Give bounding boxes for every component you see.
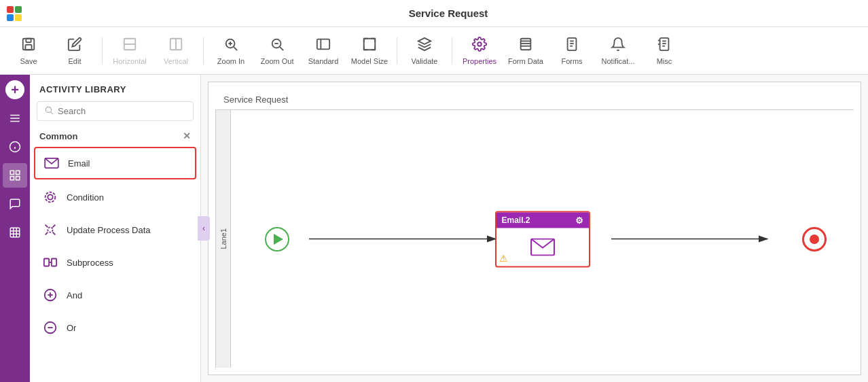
library-item-update-process-data[interactable]: Update Process Data xyxy=(30,213,200,246)
info-button[interactable] xyxy=(3,135,27,159)
app-logo xyxy=(7,6,22,21)
add-activity-button[interactable]: + xyxy=(5,80,24,99)
svg-rect-1 xyxy=(26,38,31,42)
misc-button[interactable]: Misc xyxy=(643,31,686,71)
zoom-in-button[interactable]: Zoom In xyxy=(209,31,253,71)
zoom-in-icon xyxy=(223,37,238,56)
library-item-subprocess-label: Subprocess xyxy=(67,258,113,268)
logo-blue xyxy=(7,14,14,21)
email-node-email-icon xyxy=(530,238,555,256)
notifications-icon xyxy=(611,37,626,56)
flow-container: Email.2 ⚙ ⚠ xyxy=(231,110,854,368)
canvas-border: Service Request Lane1 xyxy=(208,82,861,375)
library-item-subprocess[interactable]: Subprocess xyxy=(30,246,200,279)
grid-button[interactable] xyxy=(3,220,27,245)
toolbar-sep-1 xyxy=(102,37,103,65)
misc-label: Misc xyxy=(657,57,672,65)
edit-button[interactable]: Edit xyxy=(53,31,96,71)
toolbar-sep-4 xyxy=(452,37,452,65)
standard-button[interactable]: Standard xyxy=(302,31,345,71)
standard-label: Standard xyxy=(308,57,339,65)
end-event[interactable] xyxy=(802,227,827,251)
start-event-play-icon xyxy=(274,234,283,245)
zoom-out-label: Zoom Out xyxy=(261,57,294,65)
zoom-out-button[interactable]: Zoom Out xyxy=(255,31,299,71)
main-layout: + ACTIVITY LIBRARY Common ✕ xyxy=(0,75,868,382)
toolbar-sep-3 xyxy=(397,37,397,65)
svg-point-50 xyxy=(48,194,52,199)
or-icon xyxy=(41,318,60,337)
search-box[interactable] xyxy=(37,101,194,121)
and-icon xyxy=(41,285,60,305)
collapse-panel-button[interactable]: ‹ xyxy=(198,216,210,241)
save-button[interactable]: Save xyxy=(7,31,50,71)
properties-button[interactable]: Properties xyxy=(458,31,501,71)
svg-rect-38 xyxy=(10,171,14,174)
notifications-button[interactable]: Notificat... xyxy=(596,31,640,71)
edit-label: Edit xyxy=(69,57,82,65)
svg-rect-41 xyxy=(16,177,20,180)
horizontal-button[interactable]: Horizontal xyxy=(108,31,151,71)
section-title: Common xyxy=(39,131,77,141)
section-header: Common ✕ xyxy=(30,126,200,145)
save-label: Save xyxy=(20,57,37,65)
chat-button[interactable] xyxy=(3,192,27,216)
email-node-body: ⚠ xyxy=(496,228,589,266)
model-size-icon xyxy=(362,37,377,56)
misc-icon xyxy=(657,37,672,56)
svg-line-10 xyxy=(234,47,237,50)
start-event[interactable] xyxy=(265,227,289,251)
library-item-condition-label: Condition xyxy=(67,192,104,203)
canvas-title: Service Request xyxy=(223,94,288,105)
form-data-icon xyxy=(518,37,533,56)
svg-rect-14 xyxy=(317,39,329,49)
close-section-button[interactable]: ✕ xyxy=(183,131,191,141)
left-sidebar: + xyxy=(0,75,30,382)
email-node[interactable]: Email.2 ⚙ ⚠ xyxy=(495,211,590,267)
svg-point-52 xyxy=(48,227,52,232)
warning-icon: ⚠ xyxy=(499,252,508,263)
model-size-button[interactable]: Model Size xyxy=(348,31,391,71)
blocks-button[interactable] xyxy=(3,163,27,188)
email-library-icon xyxy=(42,154,61,173)
edit-icon xyxy=(67,37,82,56)
horizontal-icon xyxy=(122,37,137,56)
vertical-icon xyxy=(168,37,183,56)
email-node-settings-icon[interactable]: ⚙ xyxy=(575,215,583,225)
validate-label: Validate xyxy=(412,57,438,65)
library-item-condition[interactable]: Condition xyxy=(30,181,200,213)
library-item-email[interactable]: Email xyxy=(34,147,196,179)
library-item-update-label: Update Process Data xyxy=(67,225,151,235)
list-button[interactable] xyxy=(3,106,27,131)
search-icon xyxy=(44,105,54,117)
activity-library-title: ACTIVITY LIBRARY xyxy=(30,82,200,101)
properties-label: Properties xyxy=(463,57,496,65)
properties-icon xyxy=(472,37,487,56)
search-input[interactable] xyxy=(58,106,186,116)
canvas-area[interactable]: Service Request Lane1 xyxy=(201,75,868,382)
email-node-header: Email.2 ⚙ xyxy=(496,212,589,228)
vertical-button[interactable]: Vertical xyxy=(154,31,198,71)
save-icon xyxy=(21,37,36,56)
forms-button[interactable]: Forms xyxy=(550,31,594,71)
toolbar: Save Edit Horizontal Vertical Zoom In Zo… xyxy=(0,27,868,75)
svg-rect-16 xyxy=(364,38,376,50)
logo-red xyxy=(7,6,14,13)
form-data-label: Form Data xyxy=(508,57,543,65)
top-bar: Service Request xyxy=(0,0,868,27)
email-node-label: Email.2 xyxy=(502,215,530,225)
lane-label-text: Lane1 xyxy=(219,228,228,249)
svg-line-13 xyxy=(280,47,283,50)
update-process-icon xyxy=(41,220,60,239)
notifications-label: Notificat... xyxy=(602,57,635,65)
svg-rect-42 xyxy=(10,228,20,237)
library-item-or[interactable]: Or xyxy=(30,311,200,344)
svg-rect-2 xyxy=(25,44,31,49)
subprocess-icon xyxy=(41,253,60,272)
library-item-and[interactable]: And xyxy=(30,279,200,311)
form-data-button[interactable]: Form Data xyxy=(504,31,547,71)
validate-button[interactable]: Validate xyxy=(403,31,446,71)
logo-yellow xyxy=(15,14,22,21)
app-title: Service Request xyxy=(35,7,861,19)
vertical-label: Vertical xyxy=(164,57,188,65)
